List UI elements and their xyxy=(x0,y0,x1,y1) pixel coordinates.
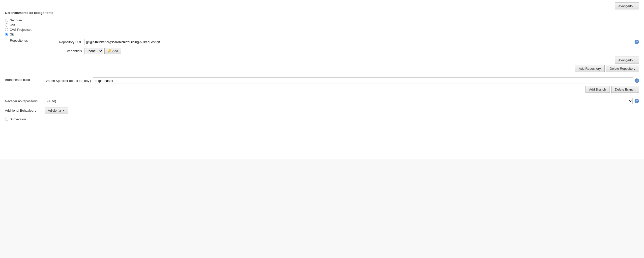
scm-options: Nenhum CVS CVS Projectset Git xyxy=(5,18,639,36)
credentials-row: Credentials - none - 🔑 Add xyxy=(50,48,639,54)
branches-fields: Branch Specifier (blank for 'any') ? Add… xyxy=(44,77,639,96)
branch-specifier-input[interactable] xyxy=(93,77,633,84)
advanced-row: Avançado... xyxy=(50,57,639,64)
branches-label: Branches to build xyxy=(5,77,44,82)
credentials-label: Credentials xyxy=(50,49,84,53)
subversion-label: Subversion xyxy=(10,117,26,121)
radio-nenhum: Nenhum xyxy=(5,18,639,22)
key-icon: 🔑 xyxy=(108,49,111,53)
nav-select-wrapper: (Auto) Manual ? xyxy=(44,98,639,104)
add-credentials-label: Add xyxy=(112,49,118,53)
branches-section: Branches to build Branch Specifier (blan… xyxy=(5,77,639,96)
section-title: Gerenciamento de código fonte xyxy=(5,11,639,16)
radio-git-input[interactable] xyxy=(5,33,8,36)
add-repository-button[interactable]: Add Repository xyxy=(575,65,604,72)
radio-cvs-label: CVS xyxy=(10,23,16,27)
credentials-select-wrapper: - none - xyxy=(84,48,103,54)
add-branch-button[interactable]: Add Branch xyxy=(586,86,610,93)
top-right-area: Avançado... xyxy=(5,3,639,10)
git-section: Repositories Repository URL ? Credential… xyxy=(10,39,639,75)
radio-cvs-projectset-label: CVS Projectset xyxy=(10,28,32,32)
behaviours-section: Additional Behaviours Adicionar ▼ xyxy=(5,107,639,114)
add-credentials-button[interactable]: 🔑 Add xyxy=(104,48,121,54)
navegar-section: Navegar no repositório (Auto) Manual ? xyxy=(5,98,639,104)
delete-repository-button[interactable]: Delete Repository xyxy=(606,65,639,72)
radio-git-label: Git xyxy=(10,33,14,36)
subversion-option: Subversion xyxy=(5,117,639,121)
branch-specifier-label: Branch Specifier (blank for 'any') xyxy=(44,79,91,83)
navegar-help-icon[interactable]: ? xyxy=(634,99,639,103)
repository-url-help-icon[interactable]: ? xyxy=(634,40,639,44)
adicionar-dropdown-icon: ▼ xyxy=(62,109,65,112)
behaviours-label: Additional Behaviours xyxy=(5,109,44,112)
advanced-button[interactable]: Avançado... xyxy=(615,57,639,64)
repo-action-buttons-row: Add Repository Delete Repository xyxy=(50,65,639,72)
adicionar-button[interactable]: Adicionar ▼ xyxy=(44,107,68,114)
repositories-label: Repositories xyxy=(10,39,50,43)
behaviours-controls: Adicionar ▼ xyxy=(44,107,68,114)
repositories-content: Repository URL ? Credentials - none - 🔑 … xyxy=(50,39,639,75)
repository-url-input[interactable] xyxy=(84,39,633,45)
credentials-select[interactable]: - none - xyxy=(84,48,103,54)
delete-branch-button[interactable]: Delete Branch xyxy=(611,86,639,93)
radio-cvs-projectset: CVS Projectset xyxy=(5,28,639,32)
page-container: Avançado... Gerenciamento de código font… xyxy=(0,0,644,159)
branch-action-buttons-row: Add Branch Delete Branch xyxy=(44,86,639,93)
radio-cvs-input[interactable] xyxy=(5,23,8,27)
radio-subversion-input[interactable] xyxy=(5,118,8,121)
radio-git: Git xyxy=(5,33,639,36)
radio-cvs: CVS xyxy=(5,23,639,27)
top-advanced-button[interactable]: Avançado... xyxy=(615,3,639,10)
navegar-select[interactable]: (Auto) Manual xyxy=(44,98,632,104)
branch-specifier-row: Branch Specifier (blank for 'any') ? xyxy=(44,77,639,84)
adicionar-label: Adicionar xyxy=(48,109,61,112)
radio-nenhum-input[interactable] xyxy=(5,19,8,22)
repository-url-label: Repository URL xyxy=(50,40,84,44)
radio-nenhum-label: Nenhum xyxy=(10,18,22,22)
branch-specifier-help-icon[interactable]: ? xyxy=(634,78,639,83)
radio-cvs-projectset-input[interactable] xyxy=(5,28,8,31)
navegar-label: Navegar no repositório xyxy=(5,99,44,103)
repository-url-row: Repository URL ? xyxy=(50,39,639,45)
